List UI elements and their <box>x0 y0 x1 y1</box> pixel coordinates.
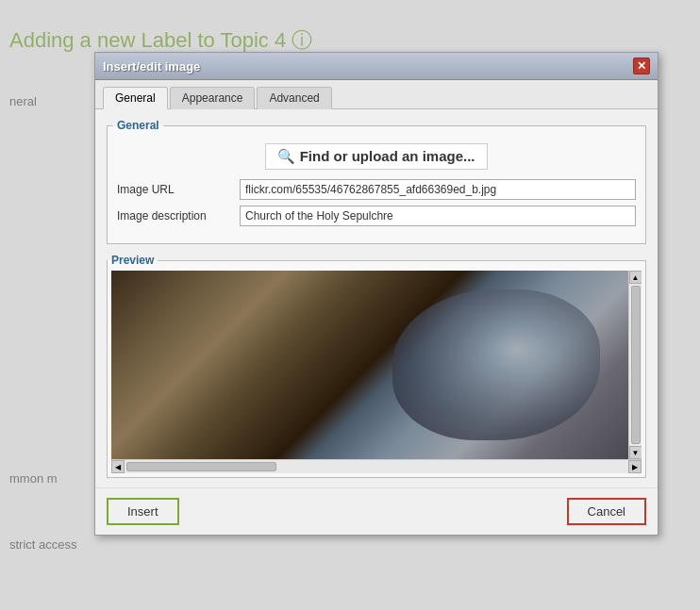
scrollbar-vertical-thumb[interactable] <box>631 286 641 444</box>
image-url-label: Image URL <box>117 183 240 196</box>
find-upload-button[interactable]: 🔍 Find or upload an image... <box>265 143 487 170</box>
cancel-button[interactable]: Cancel <box>567 498 646 525</box>
preview-fieldset: Preview ▲ ▼ ◀ ▶ <box>107 254 646 478</box>
image-desc-input[interactable] <box>240 206 636 226</box>
dialog-body: General 🔍 Find or upload an image... Ima… <box>95 109 658 487</box>
scrollbar-down-arrow[interactable]: ▼ <box>629 446 642 459</box>
scrollbar-up-arrow[interactable]: ▲ <box>629 271 642 284</box>
image-desc-label: Image description <box>117 209 240 223</box>
general-legend: General <box>113 119 163 132</box>
preview-scrollbar-horizontal[interactable]: ◀ ▶ <box>111 459 642 473</box>
scrollbar-horizontal-thumb[interactable] <box>126 462 276 471</box>
preview-image-area <box>111 271 628 459</box>
general-fieldset: General 🔍 Find or upload an image... Ima… <box>107 119 646 244</box>
preview-scrollbar-vertical[interactable]: ▲ ▼ <box>628 271 642 459</box>
scrollbar-horizontal-track[interactable] <box>126 462 626 471</box>
preview-container: ▲ ▼ <box>111 271 642 459</box>
tab-advanced[interactable]: Advanced <box>257 87 331 109</box>
close-button[interactable]: ✕ <box>633 58 650 74</box>
insert-edit-image-dialog: Insert/edit image ✕ General Appearance A… <box>94 52 658 536</box>
dialog-title: Insert/edit image <box>103 59 200 74</box>
tab-general[interactable]: General <box>103 87 168 109</box>
image-url-row: Image URL <box>117 179 636 200</box>
insert-button[interactable]: Insert <box>107 498 179 525</box>
find-upload-row: 🔍 Find or upload an image... <box>117 143 636 170</box>
preview-image <box>111 271 628 459</box>
tab-appearance[interactable]: Appearance <box>170 87 256 109</box>
tabs-container: General Appearance Advanced <box>95 80 658 109</box>
preview-legend: Preview <box>108 254 158 267</box>
dialog-titlebar: Insert/edit image ✕ <box>95 53 658 80</box>
scrollbar-right-arrow[interactable]: ▶ <box>628 460 642 473</box>
image-desc-row: Image description <box>117 206 636 226</box>
scrollbar-left-arrow[interactable]: ◀ <box>111 460 125 473</box>
image-url-input[interactable] <box>240 179 636 200</box>
dialog-footer: Insert Cancel <box>95 487 658 535</box>
